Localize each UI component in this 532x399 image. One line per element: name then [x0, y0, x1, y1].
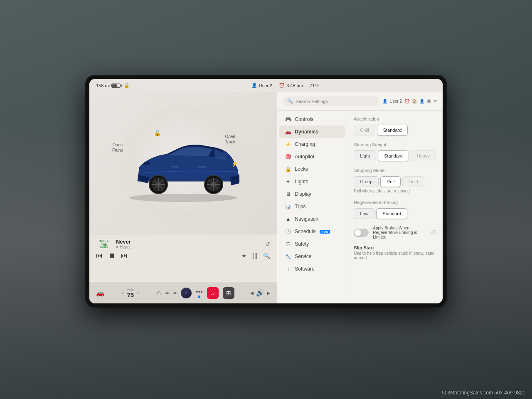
acceleration-standard-btn[interactable]: Standard [377, 125, 408, 135]
steering-light-btn[interactable]: Light [354, 150, 376, 161]
search-media-icon[interactable]: 🔍 [263, 252, 270, 259]
temp-increase-btn[interactable]: › [135, 289, 140, 297]
user-status: 👤 User 2 [251, 83, 272, 88]
safety-label: Safety [295, 241, 309, 247]
battery-miles: 158 mi [96, 83, 110, 88]
user-name-header: User 2 [390, 99, 402, 103]
stop-button[interactable]: ⏹ [108, 252, 115, 259]
nav-item-locks[interactable]: 🔒 Locks [279, 163, 345, 175]
favorite-icon[interactable]: ★ [241, 252, 247, 259]
apply-brakes-label: Apply Brakes When Regenerative Braking i… [373, 226, 427, 239]
rear-defrost-icon[interactable]: ≈ [173, 289, 177, 297]
volume-down-icon[interactable]: ◂ [250, 289, 254, 297]
station-name: EAGLE [100, 246, 108, 249]
temp-decrease-btn[interactable]: ‹ [120, 289, 125, 297]
time-status: ⏰ 3:48 pm [279, 83, 303, 88]
track-source: ♥ Heart [116, 245, 265, 249]
car-icon-bottom[interactable]: 🚗 [96, 289, 104, 297]
stopping-hold-btn[interactable]: Hold [402, 176, 424, 187]
lock-icon: 🔒 [124, 83, 130, 88]
nav-item-navigation[interactable]: ▲ Navigation [279, 213, 345, 225]
nav-item-software[interactable]: ↓ Software [279, 263, 345, 275]
controls-label: Controls [295, 116, 313, 122]
stopping-creep-btn[interactable]: Creep [354, 176, 379, 187]
stopping-roll-btn[interactable]: Roll [380, 176, 401, 187]
nav-item-charging[interactable]: ⚡ Charging [279, 138, 345, 150]
nav-item-safety[interactable]: 🛡 Safety [279, 238, 345, 250]
more-icon[interactable]: ••• [196, 288, 203, 296]
steering-standard-btn[interactable]: Standard [378, 150, 409, 161]
next-button[interactable]: ⏭ [121, 252, 128, 259]
music-app-icon[interactable]: ♫ [207, 287, 219, 299]
settings-body: 🎮 Controls 🚗 Dynamics ⚡ Charging [277, 111, 443, 303]
autopilot-icon: 🎯 [285, 154, 291, 160]
apply-brakes-toggle[interactable] [354, 229, 369, 237]
nav-item-service[interactable]: 🔧 Service [279, 250, 345, 263]
acceleration-chill-btn[interactable]: Chill [354, 125, 375, 135]
media-controls-row: ⏮ ⏹ ⏭ ★ ||| 🔍 [96, 252, 270, 259]
regen-braking-label: Regenerative Braking [354, 200, 436, 205]
grid-icon: ⊞ [226, 290, 231, 296]
prev-button[interactable]: ⏮ [96, 252, 103, 259]
software-icon: ↓ [285, 266, 291, 272]
stopping-mode-buttons: Creep Roll Hold [354, 176, 436, 187]
charging-label: Charging [295, 141, 315, 147]
main-content: Open Frunk Open Trunk 🔓 [89, 92, 443, 303]
search-box[interactable]: 🔍 [283, 96, 379, 106]
wiper-icon[interactable]: ⌂ [157, 288, 161, 297]
more-dot [198, 296, 200, 298]
volume-up-icon[interactable]: ▸ [267, 289, 270, 297]
controls-icon: 🎮 [285, 116, 291, 122]
regen-standard-btn[interactable]: Standard [376, 208, 407, 219]
track-info: Never ♥ Heart [116, 239, 265, 249]
stopping-mode-label: Stopping Mode [354, 168, 436, 173]
car-area: Open Frunk Open Trunk 🔓 [89, 92, 277, 234]
nav-item-dynamics[interactable]: 🚗 Dynamics [279, 126, 345, 138]
nav-item-controls[interactable]: 🎮 Controls [279, 113, 345, 126]
steering-weight-section: Steering Weight Light Standard Heavy [354, 142, 436, 161]
steering-weight-buttons: Light Standard Heavy [354, 150, 436, 161]
acceleration-buttons: Chill Standard [354, 125, 436, 135]
car-visualization: ⚡ [117, 121, 250, 206]
nav-menu: 🎮 Controls 🚗 Dynamics ⚡ Charging [277, 111, 347, 303]
user-name: User 2 [259, 83, 272, 88]
nav-item-display[interactable]: 🖥 Display [279, 188, 345, 200]
stopping-mode-sublabel: Roll when pedals are released [354, 189, 436, 193]
apply-brakes-info-icon[interactable]: ⓘ [431, 229, 436, 236]
nav-item-trips[interactable]: 📊 Trips [279, 200, 345, 213]
battery-icon [111, 84, 121, 88]
media-controls: ⏮ ⏹ ⏭ [96, 252, 128, 259]
grid-app-icon[interactable]: ⊞ [223, 287, 234, 299]
steering-heavy-btn[interactable]: Heavy [411, 150, 436, 161]
charging-icon-nav: ⚡ [285, 141, 291, 147]
temp-section: ‹ Auto 75 › [120, 288, 140, 298]
search-icon: 🔍 [287, 99, 293, 104]
more-button-section: ••• [196, 288, 203, 298]
station-tag: THE [101, 243, 107, 246]
auto-label: Auto [127, 288, 134, 291]
acceleration-section: Acceleration Chill Standard [354, 116, 436, 135]
temperature-value: 75 [127, 291, 134, 298]
taskbar-left: 🚗 [96, 289, 104, 297]
media-icon-repeat[interactable]: ↺ [265, 241, 270, 247]
temp-status: 71°F [310, 83, 319, 88]
nav-item-lights[interactable]: ✦ Lights [279, 175, 345, 188]
left-panel: Open Frunk Open Trunk 🔓 [89, 92, 277, 303]
camera-button[interactable]: ○ [181, 288, 192, 298]
navigation-label: Navigation [295, 216, 318, 222]
camera-section: ○ [181, 288, 192, 298]
dynamics-icon: 🚗 [285, 129, 291, 135]
search-input[interactable] [296, 99, 374, 104]
track-source-name: Heart [120, 245, 130, 249]
regen-low-btn[interactable]: Low [354, 208, 374, 219]
steering-weight-label: Steering Weight [354, 142, 436, 147]
nav-item-schedule[interactable]: 🕐 Schedule NEW [279, 225, 345, 238]
track-title: Never [116, 239, 265, 245]
seat-heat-icon[interactable]: ≈ [165, 289, 169, 297]
schedule-new-badge: NEW [320, 230, 330, 234]
regen-braking-section: Regenerative Braking Low Standard [354, 200, 436, 219]
car-svg: ⚡ [117, 121, 250, 204]
nav-item-autopilot[interactable]: 🎯 Autopilot [279, 150, 345, 163]
media-extra-icons: ★ ||| 🔍 [241, 252, 270, 259]
equalizer-icon[interactable]: ||| [253, 252, 257, 259]
